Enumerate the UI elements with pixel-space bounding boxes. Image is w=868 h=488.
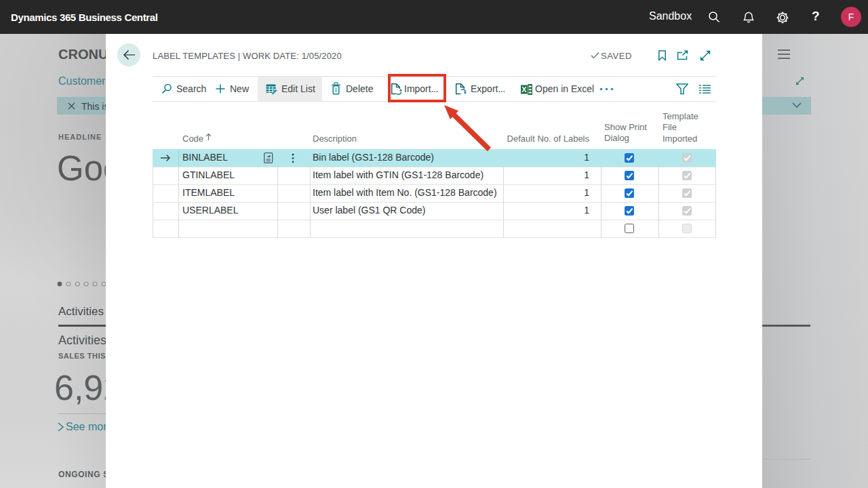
svg-text:X: X [521, 85, 527, 94]
